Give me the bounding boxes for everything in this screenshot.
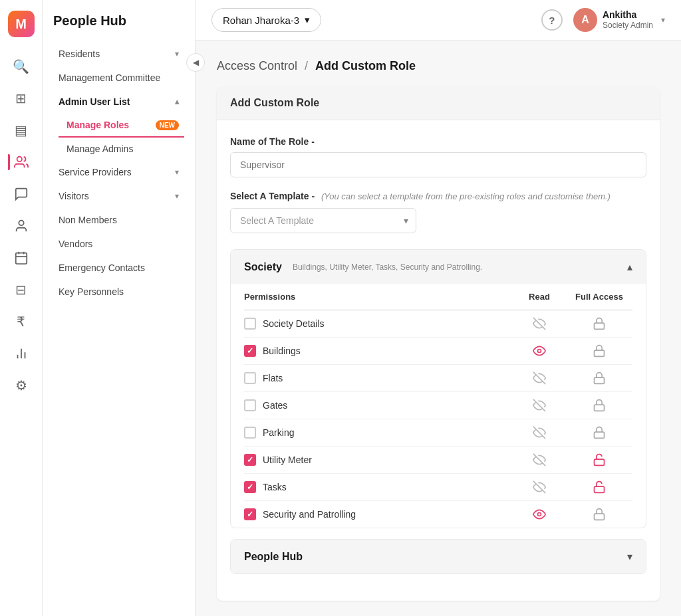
svg-rect-22 <box>595 486 605 492</box>
access-icon <box>566 508 632 521</box>
permission-row: Parking <box>244 419 632 447</box>
permission-checkbox[interactable] <box>244 481 256 493</box>
breadcrumb: Access Control / Add Custom Role <box>217 59 660 73</box>
template-select-wrapper: Select A Template ▾ <box>230 208 416 233</box>
sidebar-item-residents[interactable]: Residents ▾ <box>53 42 184 66</box>
access-icon <box>566 480 632 494</box>
settings-icon[interactable]: ⚙ <box>8 372 35 399</box>
calendar-icon[interactable] <box>8 245 35 271</box>
user-details: Ankitha Society Admin <box>603 9 653 30</box>
society-section-subtitle: Buildings, Utility Meter, Tasks, Securit… <box>293 262 482 272</box>
sidebar-item-emergency-contacts[interactable]: Emergency Contacts <box>53 256 184 280</box>
access-icon <box>566 371 632 385</box>
add-custom-role-card: Add Custom Role Name of The Role - Selec… <box>217 86 660 601</box>
permission-row: Society Details <box>244 310 632 338</box>
sidebar-item-service-providers[interactable]: Service Providers ▾ <box>53 160 184 184</box>
read-icon <box>513 480 566 494</box>
user-name: Ankitha <box>603 9 653 21</box>
main-wrapper: Rohan Jharoka-3 ▾ ? A Ankitha Society Ad… <box>196 0 681 616</box>
people-hub-section: People Hub ▾ <box>230 539 646 574</box>
svg-point-11 <box>538 350 541 353</box>
admin-user-list-submenu: Manage Roles NEW Manage Admins <box>59 114 184 160</box>
people-hub-section-header[interactable]: People Hub ▾ <box>231 540 646 573</box>
society-section-chevron-icon: ▴ <box>627 260 632 273</box>
sidebar-title: People Hub <box>53 13 184 29</box>
permission-checkbox[interactable] <box>244 508 256 520</box>
people-hub-chevron-icon: ▾ <box>627 550 632 563</box>
person-icon[interactable] <box>8 213 35 239</box>
sidebar-collapse-button[interactable]: ◀ <box>186 53 205 72</box>
avatar: A <box>573 8 597 32</box>
sidebar-item-non-members[interactable]: Non Members <box>53 208 184 232</box>
workspace-selector[interactable]: Rohan Jharoka-3 ▾ <box>211 8 321 32</box>
header-right: ? A Ankitha Society Admin ▾ <box>541 8 665 32</box>
sidebar-item-manage-roles[interactable]: Manage Roles NEW <box>59 114 184 138</box>
manage-admins-label: Manage Admins <box>67 144 133 154</box>
sidebar-item-management[interactable]: Management Committee <box>53 66 184 90</box>
access-icon <box>566 426 632 439</box>
sidebar-item-residents-label: Residents <box>59 49 100 59</box>
rupee-icon[interactable]: ₹ <box>8 308 35 335</box>
read-icon <box>513 317 566 330</box>
breadcrumb-prefix: Access Control <box>217 59 297 72</box>
permission-checkbox[interactable] <box>244 427 256 439</box>
read-icon <box>513 426 566 439</box>
permission-name: Tasks <box>244 481 513 493</box>
dashboard-icon[interactable]: ⊞ <box>8 85 35 112</box>
permission-name: Buildings <box>244 345 513 357</box>
help-button[interactable]: ? <box>541 9 563 31</box>
sidebar-item-visitors[interactable]: Visitors ▾ <box>53 184 184 208</box>
svg-rect-10 <box>595 323 605 329</box>
permission-checkbox[interactable] <box>244 318 256 330</box>
card-header: Add Custom Role <box>217 86 660 120</box>
chevron-down-icon: ▾ <box>175 167 179 177</box>
permission-row: Flats <box>244 365 632 392</box>
icon-bar: M 🔍 ⊞ ▤ ⊟ ₹ <box>0 0 43 616</box>
workspace-name: Rohan Jharoka-3 <box>223 15 299 26</box>
permission-checkbox[interactable] <box>244 372 256 384</box>
sidebar-item-management-label: Management Committee <box>59 72 160 83</box>
sidebar-item-vendors[interactable]: Vendors <box>53 232 184 256</box>
user-chevron-icon: ▾ <box>661 15 665 25</box>
access-icon <box>566 399 632 412</box>
permission-row: Utility Meter <box>244 447 632 474</box>
permission-name: Flats <box>244 372 513 384</box>
top-header: Rohan Jharoka-3 ▾ ? A Ankitha Society Ad… <box>196 0 681 41</box>
chat-icon[interactable] <box>8 181 35 207</box>
reports-icon[interactable]: ▤ <box>8 117 35 144</box>
svg-rect-14 <box>595 377 605 383</box>
grid-icon[interactable]: ⊟ <box>8 276 35 303</box>
template-select[interactable]: Select A Template <box>230 208 416 233</box>
read-icon <box>513 399 566 412</box>
sidebar-item-admin-user-list[interactable]: Admin User List ▴ <box>53 90 184 114</box>
user-menu[interactable]: A Ankitha Society Admin ▾ <box>573 8 665 32</box>
permission-checkbox[interactable] <box>244 454 256 466</box>
admin-user-list-label: Admin User List <box>59 96 130 107</box>
permission-row: Gates <box>244 392 632 419</box>
svg-point-0 <box>17 157 21 161</box>
app-logo: M <box>8 11 35 37</box>
permission-name: Gates <box>244 399 513 411</box>
people-icon[interactable] <box>8 149 35 175</box>
read-icon <box>513 453 566 466</box>
sidebar-item-key-personnels[interactable]: Key Personnels <box>53 280 184 304</box>
svg-rect-24 <box>595 514 605 520</box>
sidebar: People Hub Residents ▾ Management Commit… <box>43 0 196 616</box>
access-icon <box>566 453 632 466</box>
permission-checkbox[interactable] <box>244 345 256 357</box>
role-name-label: Name of The Role - <box>230 136 646 147</box>
chart-icon[interactable] <box>8 340 35 367</box>
service-providers-label: Service Providers <box>59 167 132 177</box>
sidebar-item-manage-admins[interactable]: Manage Admins <box>59 138 184 160</box>
role-name-input[interactable] <box>230 152 646 177</box>
card-body: Name of The Role - Select A Template - (… <box>217 120 660 601</box>
search-icon[interactable]: 🔍 <box>8 53 35 80</box>
visitors-label: Visitors <box>59 191 89 201</box>
permissions-header: Permissions Read Full Access <box>244 284 632 310</box>
permission-checkbox[interactable] <box>244 399 256 411</box>
society-section-header[interactable]: Society Buildings, Utility Meter, Tasks,… <box>231 250 646 284</box>
permission-name: Parking <box>244 427 513 439</box>
svg-point-23 <box>538 513 541 516</box>
permissions-rows: Society Details Buildings Flats Gates Pa… <box>244 310 632 528</box>
read-icon <box>513 508 566 521</box>
